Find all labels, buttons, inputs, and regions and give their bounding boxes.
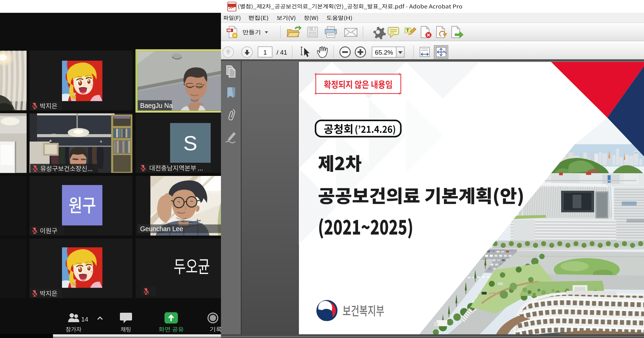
svg-text:1: 1 <box>263 49 267 56</box>
svg-text:/ 41: / 41 <box>277 49 287 56</box>
svg-text:T: T <box>406 28 409 33</box>
svg-text:Geunchan Lee: Geunchan Lee <box>140 225 183 233</box>
svg-text:BaegJu Na: BaegJu Na <box>140 102 173 109</box>
svg-text:14: 14 <box>81 316 89 323</box>
svg-text:S: S <box>183 131 197 155</box>
svg-text:65.2%: 65.2% <box>375 49 393 56</box>
